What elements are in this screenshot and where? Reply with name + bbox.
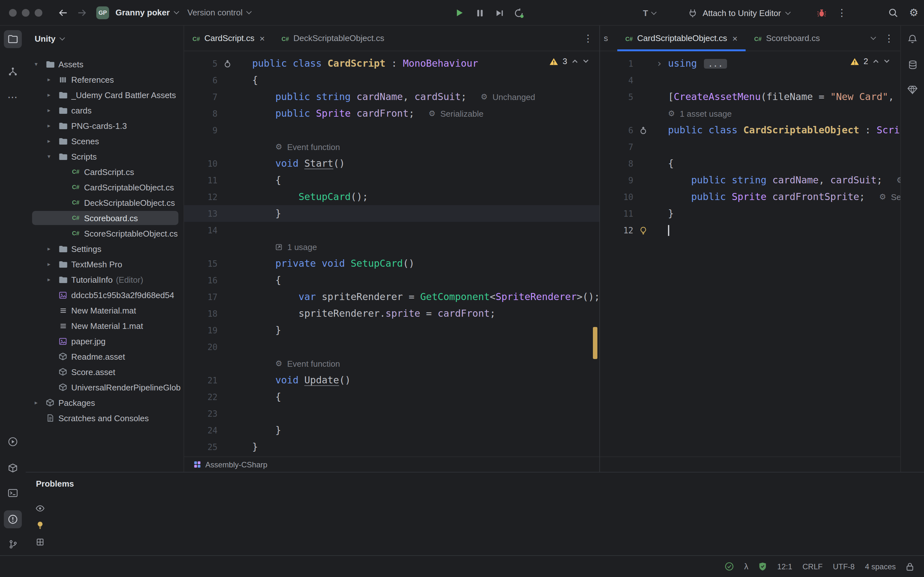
editor-tab-CardScriptableObject.cs[interactable]: C#CardScriptableObject.cs× <box>617 26 746 51</box>
code-line[interactable]: ⚙ 1 asset usage <box>600 105 900 122</box>
code-line[interactable]: 11 { <box>184 172 599 189</box>
solution-analysis-shield-icon[interactable] <box>759 562 767 571</box>
code-line[interactable]: 21 void Update() <box>184 372 599 388</box>
code-line[interactable]: 19 } <box>184 322 599 338</box>
scrolled-tab-fragment[interactable]: s <box>600 26 617 51</box>
scrollbar-warning-marker[interactable] <box>593 327 598 359</box>
project-avatar[interactable]: GP <box>96 6 109 19</box>
tab-options-icon[interactable]: ⋮ <box>884 32 894 44</box>
code-line[interactable]: 16 { <box>184 272 599 288</box>
tree-item-settings[interactable]: ▸Settings <box>26 241 184 256</box>
editor-tab-DeckScriptableObject.cs[interactable]: C#DeckScriptableObject.cs <box>273 26 393 51</box>
code-line[interactable]: 14 <box>184 222 599 239</box>
step-button[interactable] <box>491 5 507 21</box>
next-warning-icon[interactable] <box>884 59 890 63</box>
code-line[interactable]: 9 public string cardName, cardSuit;⚙ <box>600 172 900 189</box>
tree-item-tutorialinfo[interactable]: ▸TutorialInfo(Editor) <box>26 272 184 287</box>
tree-item-new-material-mat[interactable]: New Material.mat <box>26 303 184 318</box>
code-cleanup-icon[interactable]: λ <box>744 562 748 571</box>
code-line[interactable]: 6public class CardScriptableObject : Scr… <box>600 122 900 139</box>
analysis-ok-icon[interactable] <box>724 562 734 571</box>
code-line[interactable]: 24 } <box>184 422 599 438</box>
version-control-menu[interactable]: Version control <box>187 8 251 17</box>
severity-filter-icon[interactable] <box>36 538 44 546</box>
project-tool-icon[interactable] <box>4 30 22 48</box>
forward-button[interactable] <box>74 5 90 21</box>
lock-icon[interactable] <box>906 562 914 571</box>
tree-item-scripts[interactable]: ▾Scripts <box>26 149 184 164</box>
tree-item-scorescriptableobject-cs[interactable]: C#ScoreScriptableObject.cs <box>26 226 184 241</box>
next-warning-icon[interactable] <box>583 59 589 63</box>
line-separator[interactable]: CRLF <box>803 562 822 571</box>
tree-item-paper-jpg[interactable]: paper.jpg <box>26 334 184 349</box>
code-line[interactable]: ⚙ Event function <box>184 355 599 372</box>
git-tool-icon[interactable] <box>4 535 22 553</box>
profiler-widget[interactable]: T <box>643 5 656 21</box>
code-line[interactable]: 12 <box>600 222 900 239</box>
code-line[interactable]: 25} <box>184 438 599 455</box>
code-line[interactable]: 6{ <box>184 72 599 89</box>
tree-item-cardscript-cs[interactable]: C#CardScript.cs <box>26 164 184 179</box>
code-line[interactable]: 7 public string cardName, cardSuit;⚙ Unc… <box>184 89 599 105</box>
code-line[interactable]: 4 <box>600 72 900 89</box>
more-options-icon[interactable]: ⋮ <box>834 5 850 21</box>
tree-item--udemy-card-battler-assets[interactable]: ▸_Udemy Card Battler Assets <box>26 87 184 103</box>
editor-tab-Scoreboard.cs[interactable]: C#Scoreboard.cs <box>746 26 829 51</box>
tree-item-readme-asset[interactable]: Readme.asset <box>26 349 184 364</box>
tree-item-references[interactable]: ▸References <box>26 72 184 87</box>
code-line[interactable]: 15 private void SetupCard() <box>184 255 599 272</box>
tree-item-packages[interactable]: ▸Packages <box>26 395 184 410</box>
window-minimize-button[interactable] <box>22 9 29 17</box>
tree-item-textmesh-pro[interactable]: ▸TextMesh Pro <box>26 256 184 272</box>
code-line[interactable]: 22 { <box>184 388 599 405</box>
tab-close-icon[interactable]: × <box>732 33 737 43</box>
code-line[interactable]: 9 <box>184 122 599 139</box>
right-code-area[interactable]: ›1using ...45[CreateAssetMenu(fileName =… <box>600 51 900 456</box>
code-line[interactable]: 11} <box>600 205 900 222</box>
tree-item-scoreboard-cs[interactable]: C#Scoreboard.cs <box>26 210 184 226</box>
code-line[interactable]: 10 public Sprite cardFrontSprite;⚙ Seria <box>600 189 900 205</box>
code-line[interactable]: 8 public Sprite cardFront;⚙ Serializable <box>184 105 599 122</box>
prev-warning-icon[interactable] <box>572 59 578 63</box>
tree-item-universalrenderpipelineglob[interactable]: UniversalRenderPipelineGlob <box>26 380 184 395</box>
code-line[interactable]: 23 <box>184 405 599 422</box>
database-tool-icon[interactable] <box>903 56 921 74</box>
settings-gear-icon[interactable]: ⚙ <box>906 5 921 21</box>
window-zoom-button[interactable] <box>35 9 42 17</box>
code-line[interactable]: 18 spriteRenderer.sprite = cardFront; <box>184 305 599 322</box>
tree-item-score-asset[interactable]: Score.asset <box>26 364 184 380</box>
window-close-button[interactable] <box>9 9 17 17</box>
tree-item-ddccb51c95b3a2f9d68ed54[interactable]: ddccb51c95b3a2f9d68ed54 <box>26 287 184 303</box>
code-line[interactable]: 10 void Start() <box>184 155 599 172</box>
back-button[interactable] <box>55 5 71 21</box>
structure-tool-icon[interactable] <box>4 63 22 81</box>
editor-tab-CardScript.cs[interactable]: C#CardScript.cs× <box>184 26 273 51</box>
tree-item-new-material-1-mat[interactable]: New Material 1.mat <box>26 318 184 334</box>
tree-item-cards[interactable]: ▸cards <box>26 103 184 118</box>
tree-item-scenes[interactable]: ▸Scenes <box>26 133 184 149</box>
inspections-widget[interactable]: 2 <box>850 56 890 66</box>
terminal-tool-icon[interactable] <box>4 484 22 502</box>
more-tool-icon[interactable]: ⋯ <box>4 88 22 106</box>
fold-chevron-icon[interactable]: › <box>656 58 662 69</box>
run-tool-icon[interactable] <box>4 433 22 451</box>
left-code-area[interactable]: 5public class CardScript : MonoBehaviour… <box>184 51 599 456</box>
tree-item-assets[interactable]: ▾Assets <box>26 56 184 72</box>
ai-tool-icon[interactable] <box>903 81 921 99</box>
prev-warning-icon[interactable] <box>873 59 879 63</box>
build-tool-icon[interactable] <box>4 459 22 477</box>
notifications-tool-icon[interactable] <box>903 30 921 48</box>
code-line[interactable]: 1 usage <box>184 239 599 255</box>
inspections-widget[interactable]: 3 <box>549 56 589 66</box>
tree-item-cardscriptableobject-cs[interactable]: C#CardScriptableObject.cs <box>26 179 184 195</box>
right-breadcrumbs[interactable] <box>600 456 900 472</box>
quick-fix-bulb-icon[interactable] <box>36 521 44 530</box>
reload-button[interactable] <box>511 5 526 21</box>
search-icon[interactable] <box>885 5 901 21</box>
code-line[interactable]: 13 } <box>184 205 599 222</box>
file-encoding[interactable]: UTF-8 <box>833 562 855 571</box>
left-breadcrumbs[interactable]: Assembly-CSharp <box>184 456 599 472</box>
preview-eye-icon[interactable] <box>35 504 45 512</box>
tree-item-scratches-and-consoles[interactable]: Scratches and Consoles <box>26 410 184 426</box>
tab-list-chevron-icon[interactable] <box>871 35 876 40</box>
